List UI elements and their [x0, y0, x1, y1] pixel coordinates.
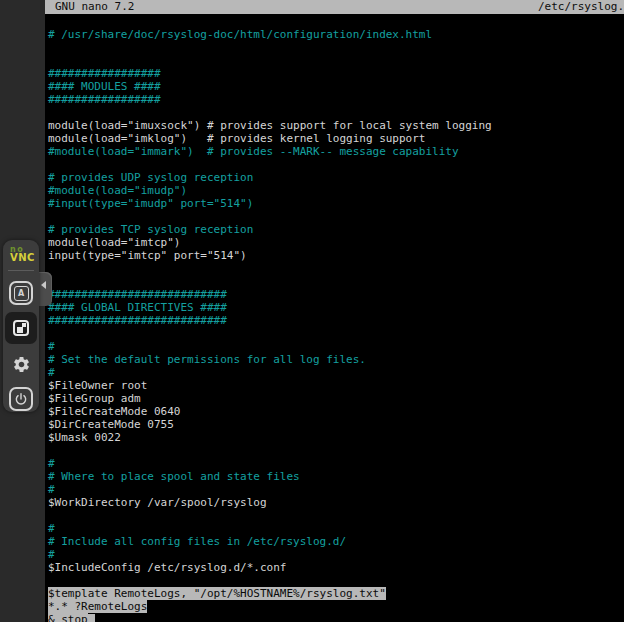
editor-line: #### MODULES ####	[48, 80, 624, 93]
editor-line: $DirCreateMode 0755	[48, 418, 624, 431]
panel-divider	[8, 270, 34, 271]
editor-line: #	[48, 522, 624, 535]
editor-line	[48, 262, 624, 275]
editor-line: input(type="imtcp" port="514")	[48, 249, 624, 262]
editor-line	[48, 158, 624, 171]
editor-line	[48, 509, 624, 522]
editor-line: $WorkDirectory /var/spool/rsyslog	[48, 496, 624, 509]
selected-text: *.* ?RemoteLogs	[48, 600, 147, 613]
editor-line: # Include all config files in /etc/rsysl…	[48, 535, 624, 548]
editor-line: # provides UDP syslog reception	[48, 171, 624, 184]
gear-icon	[12, 355, 31, 374]
fullscreen-button[interactable]	[5, 312, 37, 344]
editor-line: #	[48, 340, 624, 353]
editor-line	[48, 444, 624, 457]
chevron-left-icon	[41, 281, 46, 289]
selected-text: & stop	[48, 613, 88, 622]
text-cursor	[88, 614, 95, 622]
editor-line: $FileOwner root	[48, 379, 624, 392]
editor-line: #input(type="imudp" port="514")	[48, 197, 624, 210]
editor-line: # /usr/share/doc/rsyslog-doc/html/config…	[48, 28, 624, 41]
editor-line: #################	[48, 93, 624, 106]
editor-line: #	[48, 366, 624, 379]
editor-lines[interactable]: # /usr/share/doc/rsyslog-doc/html/config…	[45, 25, 624, 611]
editor-line: ###########################	[48, 288, 624, 301]
novnc-logo: no VNC	[3, 240, 35, 263]
editor-line: #	[48, 483, 624, 496]
selected-text: $template RemoteLogs, "/opt/%HOSTNAME%/r…	[48, 587, 386, 600]
editor-line: *.* ?RemoteLogs	[48, 600, 624, 613]
editor-line: module(load="imtcp")	[48, 236, 624, 249]
editor-line	[48, 574, 624, 587]
editor-line: ###########################	[48, 314, 624, 327]
editor-line: # provides TCP syslog reception	[48, 223, 624, 236]
editor-line: # Set the default permissions for all lo…	[48, 353, 624, 366]
editor-line	[48, 210, 624, 223]
editor-line: $FileGroup adm	[48, 392, 624, 405]
editor-line: $IncludeConfig /etc/rsyslog.d/*.conf	[48, 561, 624, 574]
keycap-a-icon: A	[14, 286, 29, 301]
editor-line: & stop	[48, 613, 624, 622]
editor-line	[48, 41, 624, 54]
keyboard-button[interactable]: A	[9, 281, 33, 305]
desktop: { "window": { "app_title": "GNU nano 7.2…	[0, 0, 624, 622]
fullscreen-icon	[13, 320, 29, 336]
editor-line: module(load="imuxsock") # provides suppo…	[48, 119, 624, 132]
editor-line	[48, 275, 624, 288]
editor-line: #################	[48, 67, 624, 80]
editor-line: #module(load="immark") # provides --MARK…	[48, 145, 624, 158]
editor-line: $Umask 0022	[48, 431, 624, 444]
editor-line	[48, 54, 624, 67]
editor-line: #module(load="imudp")	[48, 184, 624, 197]
nano-version: GNU nano 7.2	[45, 0, 134, 14]
nano-file-path: /etc/rsyslog.	[538, 0, 624, 14]
novnc-control-panel: no VNC A	[3, 240, 39, 412]
editor-line: $template RemoteLogs, "/opt/%HOSTNAME%/r…	[48, 587, 624, 600]
editor-line	[48, 327, 624, 340]
editor-line: #	[48, 457, 624, 470]
editor-line	[48, 106, 624, 119]
editor-line: $FileCreateMode 0640	[48, 405, 624, 418]
novnc-logo-bottom: VNC	[10, 253, 35, 263]
editor-line: module(load="imklog") # provides kernel …	[48, 132, 624, 145]
nano-titlebar: GNU nano 7.2 /etc/rsyslog.	[45, 0, 624, 14]
editor-line: #### GLOBAL DIRECTIVES ####	[48, 301, 624, 314]
power-button[interactable]	[9, 387, 33, 411]
settings-button[interactable]	[8, 351, 34, 377]
vnc-screen[interactable]: GNU nano 7.2 /etc/rsyslog. # /usr/share/…	[45, 0, 624, 622]
panel-collapse-handle[interactable]	[38, 272, 52, 306]
editor-line: # Where to place spool and state files	[48, 470, 624, 483]
power-icon	[14, 392, 28, 406]
editor-line: #	[48, 548, 624, 561]
